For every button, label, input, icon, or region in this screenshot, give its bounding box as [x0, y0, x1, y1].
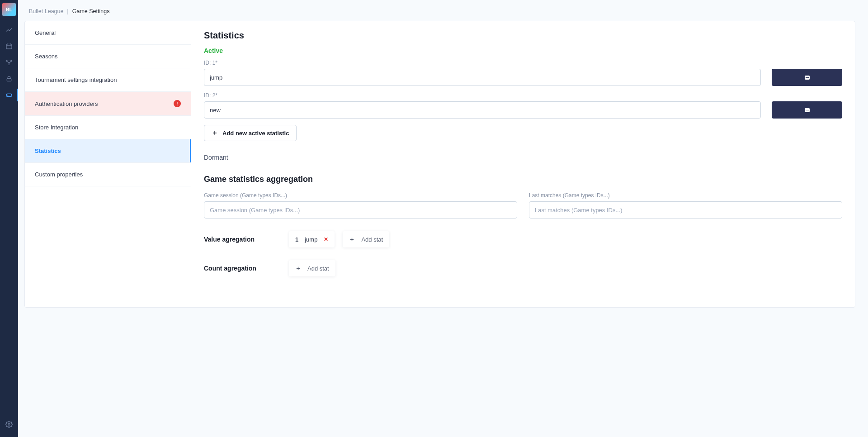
- rail-gamepad[interactable]: [0, 87, 18, 103]
- tab-label: Seasons: [35, 53, 58, 60]
- last-matches-input[interactable]: [529, 201, 842, 218]
- game-session-label: Game session (Game types IDs...): [204, 192, 517, 199]
- tab-label: Statistics: [35, 147, 61, 154]
- active-label: Active: [204, 47, 842, 54]
- minus-icon: [805, 108, 810, 112]
- chip-name: jump: [305, 236, 317, 243]
- tab-seasons[interactable]: Seasons: [25, 45, 191, 68]
- count-aggregation-label: Count agregation: [204, 265, 281, 272]
- left-rail: BL: [0, 0, 18, 437]
- plus-icon: ＋: [295, 264, 301, 272]
- statistic-row: ID: 1*: [204, 60, 842, 86]
- add-active-statistic-label: Add new active statistic: [222, 130, 289, 137]
- add-stat-label: Add stat: [361, 236, 383, 243]
- settings-tabs: GeneralSeasonsTournament settings integr…: [25, 21, 191, 307]
- trophy-icon: [5, 59, 13, 66]
- calendar-icon: [5, 43, 13, 50]
- tab-label: Authentication providers: [35, 100, 98, 107]
- remove-chip-icon[interactable]: ✕: [324, 236, 328, 242]
- last-matches-field: Last matches (Game types IDs...): [529, 192, 842, 218]
- game-session-field: Game session (Game types IDs...): [204, 192, 517, 218]
- svg-point-3: [8, 423, 10, 425]
- tab-label: Store Integration: [35, 124, 78, 131]
- statistics-title: Statistics: [204, 30, 842, 41]
- statistic-field: ID: 2*: [204, 92, 761, 119]
- rail-analytics[interactable]: [0, 22, 18, 38]
- statistics-content: Statistics Active ID: 1*ID: 2* ＋ Add new…: [191, 21, 855, 307]
- page: Bullet League | Game Settings GeneralSea…: [18, 0, 868, 437]
- statistic-field: ID: 1*: [204, 60, 761, 86]
- tab-label: Custom properties: [35, 171, 83, 178]
- statistic-id-label: ID: 1*: [204, 60, 761, 66]
- count-add-stat-button[interactable]: ＋ Add stat: [289, 260, 335, 276]
- svg-rect-0: [6, 44, 12, 49]
- breadcrumb-game[interactable]: Bullet League: [29, 8, 63, 14]
- statistic-input[interactable]: [204, 101, 761, 119]
- lock-icon: [5, 75, 13, 82]
- rail-calendar[interactable]: [0, 38, 18, 54]
- tab-statistics[interactable]: Statistics: [25, 139, 191, 163]
- value-add-stat-button[interactable]: ＋ Add stat: [343, 231, 389, 247]
- tab-custom-properties[interactable]: Custom properties: [25, 163, 191, 186]
- add-stat-label: Add stat: [307, 265, 329, 272]
- breadcrumb-current: Game Settings: [72, 8, 110, 14]
- chip-index: 1: [295, 236, 298, 243]
- aggregation-title: Game statistics aggregation: [204, 175, 842, 184]
- tab-tournament-settings-integration[interactable]: Tournament settings integration: [25, 68, 191, 92]
- value-aggregation-row: Value agregation 1jump✕ ＋ Add stat: [204, 231, 842, 247]
- minus-icon: [805, 76, 810, 80]
- statistic-row: ID: 2*: [204, 92, 842, 119]
- tab-store-integration[interactable]: Store Integration: [25, 116, 191, 139]
- plus-icon: ＋: [349, 235, 355, 243]
- gamepad-icon: [5, 91, 13, 99]
- tab-label: General: [35, 29, 56, 36]
- add-active-statistic-button[interactable]: ＋ Add new active statistic: [204, 125, 297, 141]
- value-chip: 1jump✕: [289, 231, 335, 247]
- settings-panel: GeneralSeasonsTournament settings integr…: [24, 21, 855, 308]
- rail-trophy[interactable]: [0, 54, 18, 71]
- statistic-id-label: ID: 2*: [204, 92, 761, 99]
- statistic-input[interactable]: [204, 69, 761, 86]
- last-matches-label: Last matches (Game types IDs...): [529, 192, 842, 199]
- app-avatar[interactable]: BL: [2, 3, 16, 16]
- remove-statistic-button[interactable]: [772, 101, 842, 119]
- svg-rect-2: [6, 94, 12, 96]
- game-session-input[interactable]: [204, 201, 517, 218]
- remove-statistic-button[interactable]: [772, 69, 842, 86]
- tab-authentication-providers[interactable]: Authentication providers!: [25, 92, 191, 116]
- tab-label: Tournament settings integration: [35, 76, 117, 83]
- breadcrumb-separator: |: [67, 8, 68, 14]
- value-aggregation-label: Value agregation: [204, 236, 281, 243]
- dormant-label: Dormant: [204, 154, 842, 161]
- analytics-icon: [5, 26, 13, 33]
- rail-lock[interactable]: [0, 71, 18, 87]
- error-badge-icon: !: [174, 100, 181, 107]
- breadcrumbs: Bullet League | Game Settings: [24, 5, 855, 21]
- plus-icon: ＋: [212, 129, 218, 137]
- svg-rect-1: [7, 78, 11, 81]
- tab-general[interactable]: General: [25, 21, 191, 45]
- count-aggregation-row: Count agregation ＋ Add stat: [204, 260, 842, 276]
- rail-settings[interactable]: [0, 416, 18, 432]
- gear-icon: [5, 421, 13, 428]
